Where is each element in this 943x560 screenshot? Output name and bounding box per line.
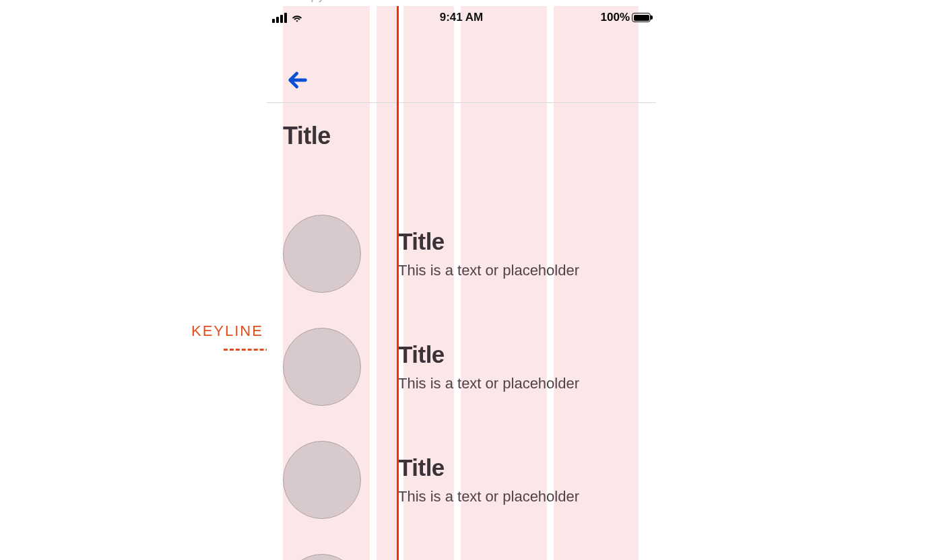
list-item[interactable]: Title This is a text or placeholder (267, 310, 656, 423)
list-item-subtitle: This is a text or placeholder (398, 374, 579, 392)
keyline-annotation-label: KEYLINE (191, 322, 263, 340)
list-item-subtitle: This is a text or placeholder (398, 487, 579, 505)
avatar (283, 441, 361, 519)
list-item-title: Title (398, 455, 579, 481)
list-item-title: Title (398, 342, 579, 368)
keyline-marker (397, 6, 399, 560)
navigation-bar (267, 29, 656, 103)
avatar (283, 328, 361, 406)
status-bar: 9:41 AM 100% (267, 6, 656, 29)
list-item-subtitle: This is a text or placeholder (398, 261, 579, 279)
list-item[interactable]: Title This is a text or placeholder (267, 423, 656, 536)
figure-caption-cropped: C30 Copy 2 (267, 0, 339, 3)
device-frame: 9:41 AM 100% Title Title This is a text … (267, 6, 656, 560)
back-button[interactable] (284, 67, 311, 94)
list-item[interactable]: Title This is a text or placeholder (267, 197, 656, 310)
list-item-title: Title (398, 229, 579, 255)
list-item[interactable]: Title (267, 536, 656, 560)
avatar (283, 215, 361, 293)
page-title: Title (283, 122, 656, 150)
avatar (283, 554, 361, 560)
status-time: 9:41 AM (267, 11, 656, 24)
screen-content: Title Title This is a text or placeholde… (267, 103, 656, 560)
battery-icon (632, 13, 651, 22)
arrow-left-icon (286, 69, 309, 92)
item-list: Title This is a text or placeholder Titl… (267, 197, 656, 560)
